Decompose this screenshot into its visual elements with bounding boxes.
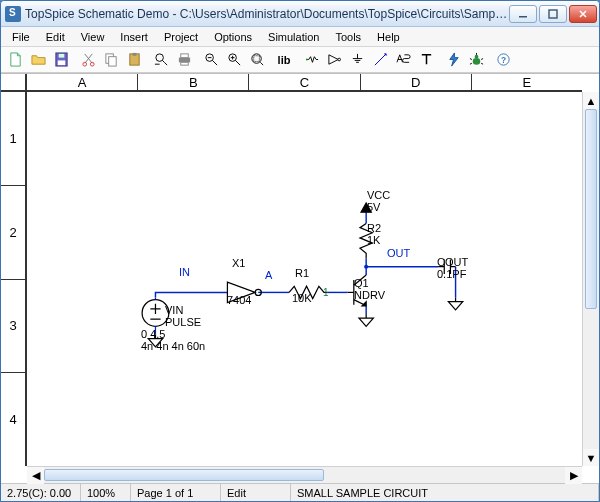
vin-type: PULSE	[165, 316, 201, 329]
window-controls	[509, 5, 597, 23]
r2-ref: R2	[367, 222, 381, 235]
svg-rect-3	[57, 60, 65, 65]
run-simulation-icon[interactable]	[442, 49, 464, 71]
hscroll-thumb[interactable]	[44, 469, 324, 481]
copy-icon[interactable]	[100, 49, 122, 71]
r1-val: 10K	[292, 292, 312, 305]
library-button[interactable]: lib	[269, 49, 299, 71]
help-icon[interactable]: ?	[492, 49, 514, 71]
vcc-ref: VCC	[367, 189, 390, 202]
svg-rect-8	[108, 57, 116, 66]
ground-icon[interactable]	[346, 49, 368, 71]
new-icon[interactable]	[4, 49, 26, 71]
svg-rect-12	[178, 58, 189, 63]
net-in: IN	[179, 266, 190, 279]
net-out: OUT	[387, 247, 410, 260]
ruler-corner	[1, 74, 27, 92]
menu-bar: File Edit View Insert Project Options Si…	[1, 27, 599, 47]
cut-icon[interactable]	[77, 49, 99, 71]
gate-icon[interactable]	[323, 49, 345, 71]
svg-rect-10	[132, 53, 136, 56]
canvas-frame: A B C D E 1 2 3 4	[1, 73, 599, 483]
r1-ref: R1	[295, 267, 309, 280]
minimize-button[interactable]	[509, 5, 537, 23]
menu-edit[interactable]: Edit	[39, 30, 72, 44]
status-bar: 2.75(C): 0.00 100% Page 1 of 1 Edit SMAL…	[1, 483, 599, 501]
menu-simulation[interactable]: Simulation	[261, 30, 326, 44]
debug-icon[interactable]	[465, 49, 487, 71]
part-icon[interactable]	[300, 49, 322, 71]
svg-text:?: ?	[500, 55, 505, 65]
svg-point-22	[474, 55, 478, 59]
svg-rect-1	[549, 10, 557, 18]
net-a: A	[265, 269, 272, 282]
print-icon[interactable]	[173, 49, 195, 71]
status-page: Page 1 of 1	[131, 484, 221, 501]
zoom-region-icon[interactable]	[246, 49, 268, 71]
x1-ref: X1	[232, 257, 245, 270]
find-icon[interactable]	[150, 49, 172, 71]
svg-point-21	[472, 58, 480, 65]
q1-ref: Q1	[354, 277, 369, 290]
r2-val: 1K	[367, 234, 380, 247]
wire-icon[interactable]	[369, 49, 391, 71]
scroll-right-icon[interactable]: ▶	[565, 467, 582, 484]
svg-point-19	[305, 59, 307, 61]
svg-rect-18	[253, 56, 259, 62]
menu-tools[interactable]: Tools	[328, 30, 368, 44]
svg-point-25	[364, 265, 368, 269]
menu-project[interactable]: Project	[157, 30, 205, 44]
col-header: E	[472, 74, 582, 90]
col-header: B	[138, 74, 249, 90]
toolbar: lib ?	[1, 47, 599, 73]
svg-rect-13	[180, 54, 188, 58]
paste-icon[interactable]	[123, 49, 145, 71]
open-icon[interactable]	[27, 49, 49, 71]
vertical-scrollbar[interactable]: ▲ ▼	[582, 92, 599, 466]
col-header: A	[27, 74, 138, 90]
row-ruler: 1 2 3 4	[1, 92, 27, 466]
status-desc: SMALL SAMPLE CIRCUIT	[291, 484, 599, 501]
net-label-icon[interactable]	[392, 49, 414, 71]
status-coord: 2.75(C): 0.00	[1, 484, 81, 501]
x1-model: 7404	[227, 294, 251, 307]
vin-p2: 4n 4n 4n 60n	[141, 340, 205, 353]
row-header: 4	[1, 373, 25, 466]
cout-ref: COUT	[437, 256, 468, 269]
zoom-in-icon[interactable]	[223, 49, 245, 71]
svg-point-11	[155, 54, 163, 62]
status-mode: Edit	[221, 484, 291, 501]
close-button[interactable]	[569, 5, 597, 23]
svg-rect-4	[58, 54, 64, 58]
window-title: TopSpice Schematic Demo - C:\Users\Admin…	[25, 7, 509, 21]
svg-rect-0	[519, 16, 527, 18]
menu-insert[interactable]: Insert	[113, 30, 155, 44]
horizontal-scrollbar[interactable]: ◀ ▶	[27, 466, 582, 483]
scroll-left-icon[interactable]: ◀	[27, 467, 44, 484]
svg-point-20	[337, 58, 340, 61]
save-icon[interactable]	[50, 49, 72, 71]
text-icon[interactable]	[415, 49, 437, 71]
col-header: D	[361, 74, 472, 90]
menu-help[interactable]: Help	[370, 30, 407, 44]
schematic-canvas[interactable]: IN X1 7404 A R1 10K 1 Q1 NDRV R2 1K VCC …	[27, 92, 582, 466]
vin-ref: VIN	[165, 304, 183, 317]
menu-view[interactable]: View	[74, 30, 112, 44]
menu-file[interactable]: File	[5, 30, 37, 44]
svg-rect-14	[180, 62, 188, 65]
zoom-out-icon[interactable]	[200, 49, 222, 71]
vcc-val: 5V	[367, 201, 380, 214]
scroll-up-icon[interactable]: ▲	[583, 92, 599, 109]
status-zoom: 100%	[81, 484, 131, 501]
col-header: C	[249, 74, 360, 90]
row-header: 3	[1, 280, 25, 374]
maximize-button[interactable]	[539, 5, 567, 23]
q1-model: NDRV	[354, 289, 385, 302]
app-window: TopSpice Schematic Demo - C:\Users\Admin…	[0, 0, 600, 502]
vscroll-thumb[interactable]	[585, 109, 597, 309]
menu-options[interactable]: Options	[207, 30, 259, 44]
row-header: 2	[1, 186, 25, 280]
cout-val: 0.1PF	[437, 268, 466, 281]
scroll-down-icon[interactable]: ▼	[583, 449, 599, 466]
pin-1: 1	[323, 287, 329, 299]
